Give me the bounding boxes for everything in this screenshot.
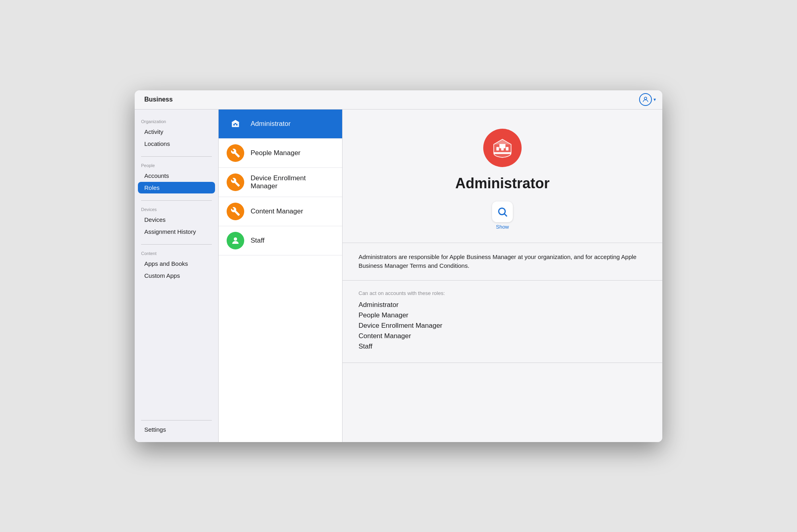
svg-point-5 bbox=[234, 237, 237, 241]
sidebar-item-locations[interactable]: Locations bbox=[138, 138, 215, 149]
sidebar-item-apps-and-books[interactable]: Apps and Books bbox=[138, 258, 215, 269]
administrator-icon bbox=[227, 115, 244, 133]
role-item-staff[interactable]: Staff bbox=[219, 226, 342, 255]
sidebar: Organization Activity Locations People A… bbox=[135, 110, 219, 442]
sidebar-divider-1 bbox=[141, 156, 212, 157]
user-menu-chevron-icon[interactable]: ▾ bbox=[654, 97, 656, 102]
svg-rect-6 bbox=[496, 147, 499, 150]
svg-rect-2 bbox=[233, 124, 235, 126]
sidebar-item-roles[interactable]: Roles bbox=[138, 182, 215, 193]
detail-title: Administrator bbox=[455, 175, 550, 192]
people-manager-icon bbox=[227, 144, 244, 162]
app-window: Business ▾ Organization Activity Locatio… bbox=[135, 90, 662, 442]
can-act-role-device-enrollment-manager: Device Enrollment Manager bbox=[359, 322, 646, 330]
staff-icon bbox=[227, 232, 244, 249]
sidebar-bottom: Settings bbox=[135, 417, 218, 436]
sidebar-section-devices: Devices Devices Assignment History bbox=[135, 204, 218, 238]
content-area: Organization Activity Locations People A… bbox=[135, 110, 662, 442]
svg-line-12 bbox=[504, 214, 506, 216]
show-button-label: Show bbox=[496, 224, 509, 230]
svg-point-0 bbox=[644, 97, 647, 100]
svg-rect-8 bbox=[506, 147, 509, 150]
show-search-icon bbox=[492, 201, 513, 222]
svg-rect-10 bbox=[494, 152, 511, 153]
sidebar-section-organization: Organization Activity Locations bbox=[135, 116, 218, 150]
sidebar-section-label-devices: Devices bbox=[135, 204, 218, 213]
sidebar-section-label-content: Content bbox=[135, 248, 218, 257]
sidebar-divider-4 bbox=[141, 420, 212, 420]
show-button[interactable]: Show bbox=[492, 201, 513, 230]
sidebar-item-settings[interactable]: Settings bbox=[138, 424, 215, 435]
sidebar-item-custom-apps[interactable]: Custom Apps bbox=[138, 270, 215, 281]
role-item-administrator[interactable]: Administrator bbox=[219, 110, 342, 139]
svg-rect-9 bbox=[499, 144, 505, 148]
can-act-role-people-manager: People Manager bbox=[359, 311, 646, 319]
role-item-device-enrollment-manager[interactable]: Device Enrollment Manager bbox=[219, 168, 342, 197]
roles-list-panel: Administrator People Manager Device Enro… bbox=[219, 110, 343, 442]
sidebar-section-label-organization: Organization bbox=[135, 116, 218, 126]
can-act-role-staff: Staff bbox=[359, 343, 646, 351]
sidebar-divider-2 bbox=[141, 200, 212, 201]
role-item-content-manager[interactable]: Content Manager bbox=[219, 197, 342, 226]
sidebar-divider-3 bbox=[141, 244, 212, 245]
sidebar-section-content: Content Apps and Books Custom Apps bbox=[135, 248, 218, 282]
can-act-label: Can act on accounts with these roles: bbox=[359, 290, 646, 296]
sidebar-item-devices[interactable]: Devices bbox=[138, 214, 215, 225]
sidebar-section-label-people: People bbox=[135, 160, 218, 169]
administrator-label: Administrator bbox=[251, 120, 291, 128]
detail-large-icon bbox=[483, 129, 522, 167]
content-manager-label: Content Manager bbox=[251, 207, 303, 215]
content-manager-icon bbox=[227, 203, 244, 220]
device-enrollment-manager-label: Device Enrollment Manager bbox=[251, 174, 334, 190]
device-enrollment-manager-icon bbox=[227, 173, 244, 191]
detail-description-text: Administrators are responsible for Apple… bbox=[359, 253, 646, 271]
can-act-role-content-manager: Content Manager bbox=[359, 332, 646, 340]
svg-rect-4 bbox=[235, 123, 236, 124]
sidebar-item-accounts[interactable]: Accounts bbox=[138, 170, 215, 181]
title-bar-left: Business bbox=[141, 96, 173, 103]
detail-description-section: Administrators are responsible for Apple… bbox=[343, 243, 662, 281]
detail-header: Administrator Show bbox=[343, 110, 662, 243]
people-manager-label: People Manager bbox=[251, 149, 301, 157]
user-avatar-icon[interactable] bbox=[639, 93, 652, 106]
staff-label: Staff bbox=[251, 237, 265, 245]
sidebar-item-assignment-history[interactable]: Assignment History bbox=[138, 226, 215, 237]
detail-panel: Administrator Show Administrators are re… bbox=[343, 110, 662, 442]
can-act-role-administrator: Administrator bbox=[359, 301, 646, 309]
title-bar-right[interactable]: ▾ bbox=[639, 93, 656, 106]
svg-rect-1 bbox=[232, 122, 239, 127]
app-brand-label: Business bbox=[144, 96, 173, 103]
detail-roles-section: Can act on accounts with these roles: Ad… bbox=[343, 281, 662, 363]
sidebar-item-activity[interactable]: Activity bbox=[138, 126, 215, 137]
svg-rect-3 bbox=[236, 124, 237, 126]
title-bar: Business ▾ bbox=[135, 90, 662, 110]
sidebar-section-people: People Accounts Roles bbox=[135, 160, 218, 194]
role-item-people-manager[interactable]: People Manager bbox=[219, 139, 342, 168]
